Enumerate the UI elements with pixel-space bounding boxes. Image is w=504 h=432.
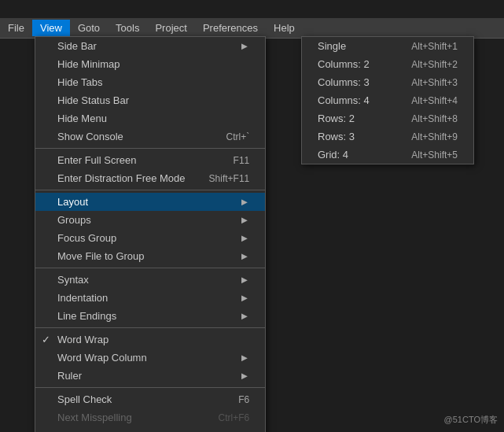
arrow-icon-ruler: ► [215, 370, 249, 382]
layout-columns-4[interactable]: Columns: 4 Alt+Shift+4 [302, 91, 473, 109]
layout-rows-2[interactable]: Rows: 2 Alt+Shift+8 [302, 109, 473, 127]
separator-1 [35, 148, 265, 149]
arrow-icon-word-wrap-column: ► [215, 352, 249, 364]
checkmark-icon: ✓ [42, 334, 50, 345]
menu-item-groups[interactable]: Groups ► [35, 211, 265, 229]
menu-item-spell-check[interactable]: Spell Check F6 [35, 390, 265, 408]
menu-item-syntax[interactable]: Syntax ► [35, 271, 265, 289]
menu-item-hide-status-bar[interactable]: Hide Status Bar [35, 91, 265, 109]
menu-item-prev-misspelling: Prev Misspelling Ctrl+Shift+F6 [35, 426, 265, 432]
arrow-icon-syntax: ► [215, 274, 249, 286]
menu-item-indentation[interactable]: Indentation ► [35, 289, 265, 307]
arrow-icon-layout: ► [215, 196, 249, 208]
menu-view[interactable]: View [32, 20, 70, 36]
layout-submenu: Single Alt+Shift+1 Columns: 2 Alt+Shift+… [301, 36, 474, 164]
menu-project[interactable]: Project [147, 20, 194, 36]
menu-item-layout[interactable]: Layout ► [35, 193, 265, 211]
menu-item-hide-tabs[interactable]: Hide Tabs [35, 73, 265, 91]
menu-tools[interactable]: Tools [108, 20, 147, 36]
arrow-icon-indentation: ► [215, 292, 249, 304]
view-dropdown: Side Bar ► Hide Minimap Hide Tabs Hide S… [35, 36, 266, 432]
arrow-icon: ► [215, 40, 249, 52]
menu-item-fullscreen[interactable]: Enter Full Screen F11 [35, 151, 265, 169]
arrow-icon-groups: ► [215, 214, 249, 226]
separator-2 [35, 190, 265, 190]
separator-4 [35, 327, 265, 328]
menu-item-hide-menu[interactable]: Hide Menu [35, 109, 265, 127]
arrow-icon-move-file: ► [215, 250, 249, 262]
layout-grid-4[interactable]: Grid: 4 Alt+Shift+5 [302, 146, 473, 164]
menu-item-hide-minimap[interactable]: Hide Minimap [35, 55, 265, 73]
menu-item-word-wrap-column[interactable]: Word Wrap Column ► [35, 349, 265, 367]
menu-item-distraction-free[interactable]: Enter Distraction Free Mode Shift+F11 [35, 169, 265, 187]
menu-item-move-file-to-group[interactable]: Move File to Group ► [35, 247, 265, 265]
layout-single[interactable]: Single Alt+Shift+1 [302, 37, 473, 55]
layout-columns-3[interactable]: Columns: 3 Alt+Shift+3 [302, 73, 473, 91]
menu-item-ruler[interactable]: Ruler ► [35, 367, 265, 385]
watermark: @51CTO博客 [444, 414, 498, 426]
menu-preferences[interactable]: Preferences [195, 20, 266, 36]
layout-rows-3[interactable]: Rows: 3 Alt+Shift+9 [302, 127, 473, 146]
menu-item-show-console[interactable]: Show Console Ctrl+` [35, 127, 265, 146]
menu-item-sidebar[interactable]: Side Bar ► [35, 37, 265, 55]
menu-item-line-endings[interactable]: Line Endings ► [35, 307, 265, 325]
menu-item-next-misspelling: Next Misspelling Ctrl+F6 [35, 408, 265, 426]
arrow-icon-focus-group: ► [215, 232, 249, 244]
menu-goto[interactable]: Goto [70, 20, 108, 36]
layout-columns-2[interactable]: Columns: 2 Alt+Shift+2 [302, 55, 473, 73]
menu-item-word-wrap[interactable]: ✓ Word Wrap [35, 330, 265, 349]
menu-item-focus-group[interactable]: Focus Group ► [35, 229, 265, 247]
arrow-icon-line-endings: ► [215, 310, 249, 322]
menu-file[interactable]: File [0, 20, 32, 36]
separator-3 [35, 268, 265, 268]
menu-help[interactable]: Help [266, 20, 303, 36]
separator-5 [35, 387, 265, 388]
